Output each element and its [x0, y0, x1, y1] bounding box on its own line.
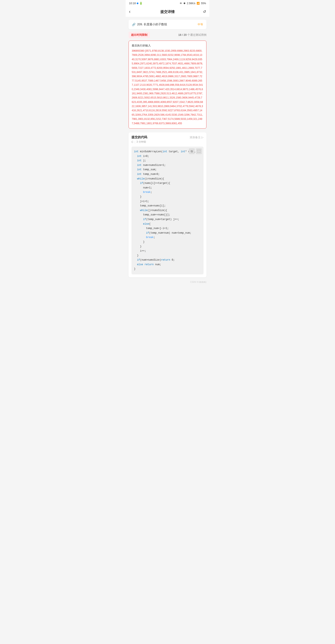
network-speed: 2.56K/s — [187, 2, 195, 5]
input-label: 最后执行的输入 — [132, 44, 203, 48]
battery-icon: 🔋 — [139, 2, 143, 5]
code-actions: ⧉ ⛶ — [189, 148, 202, 154]
code-section-title: 提交的代码 — [132, 135, 147, 139]
page-title: 提交详情 — [160, 10, 175, 14]
status-bar: 10:18 🔋 👁 ✱ 2.56K/s 📶 55% — [126, 0, 209, 6]
difficulty-badge: 中等 — [198, 22, 203, 26]
bluetooth-icon: ✱ — [183, 2, 185, 5]
code-header: 提交的代码 添加备注 ▷ — [132, 135, 203, 139]
problem-title: 🔗 209. 长度最小的子数组 — [132, 22, 167, 26]
last-input-box: 最后执行的输入 396893380 [3571,9780,8138,1030,2… — [129, 40, 206, 129]
eye-icon: 👁 — [180, 2, 182, 5]
time-ago-label: 3 分钟前 — [137, 140, 146, 144]
status-time: 10:18 — [129, 2, 136, 5]
problem-card[interactable]: 🔗 209. 长度最小的子数组 中等 — [129, 20, 206, 29]
copy-button[interactable]: ⧉ — [189, 148, 195, 154]
code-text: int minSubArrayLen(int target, int* nums… — [134, 150, 201, 272]
back-button[interactable]: ‹ — [129, 9, 136, 14]
header: ‹ 提交详情 ↺ — [126, 6, 209, 17]
status-dot — [137, 2, 138, 4]
battery-level: 55% — [201, 2, 206, 5]
main-content: 🔗 209. 长度最小的子数组 中等 超出时间限制 18 / 20 个通过测试用… — [126, 17, 209, 288]
code-section: 提交的代码 添加备注 ▷ C | 3 分钟前 ⧉ ⛶ int minSubArr… — [129, 132, 206, 277]
add-note-button[interactable]: 添加备注 ▷ — [190, 136, 203, 139]
language-label: C — [132, 140, 133, 144]
status-left: 10:18 🔋 — [129, 2, 143, 5]
code-meta: C | 3 分钟前 — [132, 140, 203, 144]
watermark: CSDN 中(略略略) — [129, 280, 206, 285]
wifi-icon: 📶 — [197, 2, 200, 5]
pass-count: 18 / 20 — [178, 33, 187, 36]
expand-button[interactable]: ⛶ — [196, 148, 202, 154]
tle-badge: 超出时间限制 — [129, 32, 150, 38]
refresh-button[interactable]: ↺ — [199, 10, 206, 14]
status-right: 👁 ✱ 2.56K/s 📶 55% — [180, 2, 206, 5]
pass-info: 18 / 20 个通过测试用例 — [178, 33, 206, 37]
link-icon: 🔗 — [132, 23, 135, 26]
input-value: 396893380 [3571,9780,8138,1030,2959,6988… — [132, 49, 203, 126]
pass-label: 个通过测试用例 — [187, 33, 206, 36]
meta-divider: | — [135, 140, 135, 144]
status-row: 超出时间限制 18 / 20 个通过测试用例 — [129, 32, 206, 38]
code-block-wrapper: ⧉ ⛶ int minSubArrayLen(int target, int* … — [132, 146, 203, 274]
